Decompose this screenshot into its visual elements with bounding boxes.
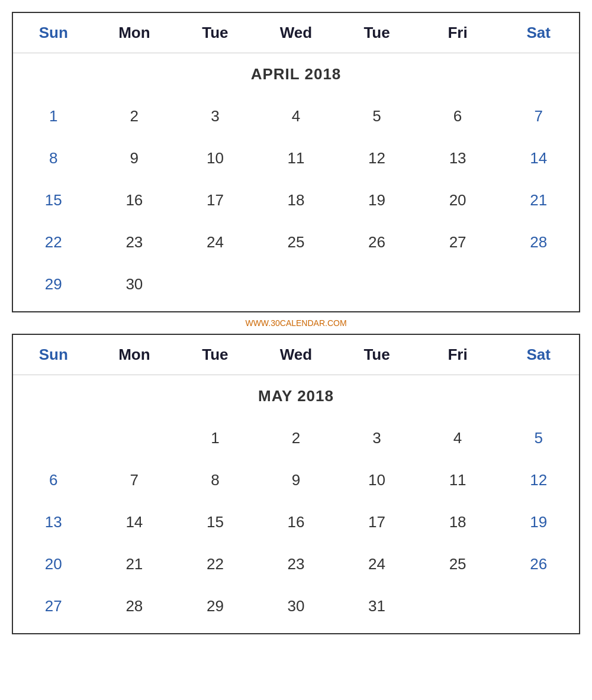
may-d31: 31 [336, 585, 417, 633]
may-empty1 [13, 417, 94, 459]
april-d17: 17 [175, 179, 256, 221]
header-sun-may: Sun [13, 335, 94, 375]
april-d28: 28 [498, 221, 579, 263]
may-d5: 5 [498, 417, 579, 459]
header-mon-may: Mon [94, 335, 175, 375]
april-d20: 20 [417, 179, 498, 221]
may-d6: 6 [13, 459, 94, 501]
may-d15: 15 [175, 501, 256, 543]
may-title-row: MAY 2018 [13, 375, 579, 418]
may-d29: 29 [175, 585, 256, 633]
april-d18: 18 [256, 179, 337, 221]
header-sat-may: Sat [498, 335, 579, 375]
may-d7: 7 [94, 459, 175, 501]
april-d29: 29 [13, 263, 94, 311]
may-d18: 18 [417, 501, 498, 543]
may-d2: 2 [256, 417, 337, 459]
april-header-row: Sun Mon Tue Wed Tue Fri Sat [13, 13, 579, 53]
may-d17: 17 [336, 501, 417, 543]
may-d1: 1 [175, 417, 256, 459]
watermark: WWW.30CALENDAR.COM [12, 312, 580, 334]
header-tue-april: Tue [175, 13, 256, 53]
header-tue2-april: Tue [336, 13, 417, 53]
header-mon-april: Mon [94, 13, 175, 53]
may-week-2: 6 7 8 9 10 11 12 [13, 459, 579, 501]
may-d11: 11 [417, 459, 498, 501]
april-d-empty5 [498, 263, 579, 311]
april-d12: 12 [336, 137, 417, 179]
april-week-5: 29 30 [13, 263, 579, 311]
april-week-4: 22 23 24 25 26 27 28 [13, 221, 579, 263]
may-header-row: Sun Mon Tue Wed Tue Fri Sat [13, 335, 579, 375]
may-d30: 30 [256, 585, 337, 633]
may-d20: 20 [13, 543, 94, 585]
april-d26: 26 [336, 221, 417, 263]
april-d30: 30 [94, 263, 175, 311]
april-d-empty4 [417, 263, 498, 311]
april-week-1: 1 2 3 4 5 6 7 [13, 95, 579, 137]
may-d21: 21 [94, 543, 175, 585]
may-week-1: 1 2 3 4 5 [13, 417, 579, 459]
header-tue-may: Tue [175, 335, 256, 375]
april-d24: 24 [175, 221, 256, 263]
april-d5: 5 [336, 95, 417, 137]
may-d27: 27 [13, 585, 94, 633]
april-calendar: Sun Mon Tue Wed Tue Fri Sat APRIL 2018 1… [12, 12, 580, 312]
may-week-3: 13 14 15 16 17 18 19 [13, 501, 579, 543]
may-d24: 24 [336, 543, 417, 585]
may-d23: 23 [256, 543, 337, 585]
may-d16: 16 [256, 501, 337, 543]
april-d25: 25 [256, 221, 337, 263]
april-d8: 8 [13, 137, 94, 179]
april-d7: 7 [498, 95, 579, 137]
april-d27: 27 [417, 221, 498, 263]
header-wed-april: Wed [256, 13, 337, 53]
header-sat-april: Sat [498, 13, 579, 53]
header-sun-april: Sun [13, 13, 94, 53]
april-d22: 22 [13, 221, 94, 263]
may-d13: 13 [13, 501, 94, 543]
may-title: MAY 2018 [13, 375, 579, 418]
april-d14: 14 [498, 137, 579, 179]
may-d14: 14 [94, 501, 175, 543]
may-d22: 22 [175, 543, 256, 585]
april-title: APRIL 2018 [13, 53, 579, 96]
may-week-5: 27 28 29 30 31 [13, 585, 579, 633]
april-d1: 1 [13, 95, 94, 137]
may-calendar: Sun Mon Tue Wed Tue Fri Sat MAY 2018 1 2… [12, 334, 580, 634]
april-d11: 11 [256, 137, 337, 179]
may-d28: 28 [94, 585, 175, 633]
header-fri-april: Fri [417, 13, 498, 53]
may-d26: 26 [498, 543, 579, 585]
may-week-4: 20 21 22 23 24 25 26 [13, 543, 579, 585]
april-d10: 10 [175, 137, 256, 179]
april-d9: 9 [94, 137, 175, 179]
may-empty3 [417, 585, 498, 633]
may-d9: 9 [256, 459, 337, 501]
april-week-2: 8 9 10 11 12 13 14 [13, 137, 579, 179]
may-d3: 3 [336, 417, 417, 459]
may-empty2 [94, 417, 175, 459]
may-d8: 8 [175, 459, 256, 501]
header-fri-may: Fri [417, 335, 498, 375]
april-d3: 3 [175, 95, 256, 137]
may-d12: 12 [498, 459, 579, 501]
april-d-empty2 [256, 263, 337, 311]
april-d-empty3 [336, 263, 417, 311]
may-d25: 25 [417, 543, 498, 585]
april-d6: 6 [417, 95, 498, 137]
may-d4: 4 [417, 417, 498, 459]
april-d15: 15 [13, 179, 94, 221]
april-title-row: APRIL 2018 [13, 53, 579, 96]
april-d-empty1 [175, 263, 256, 311]
header-wed-may: Wed [256, 335, 337, 375]
april-week-3: 15 16 17 18 19 20 21 [13, 179, 579, 221]
may-d10: 10 [336, 459, 417, 501]
april-d21: 21 [498, 179, 579, 221]
april-d4: 4 [256, 95, 337, 137]
april-d2: 2 [94, 95, 175, 137]
april-d19: 19 [336, 179, 417, 221]
header-tue2-may: Tue [336, 335, 417, 375]
april-d16: 16 [94, 179, 175, 221]
april-d23: 23 [94, 221, 175, 263]
